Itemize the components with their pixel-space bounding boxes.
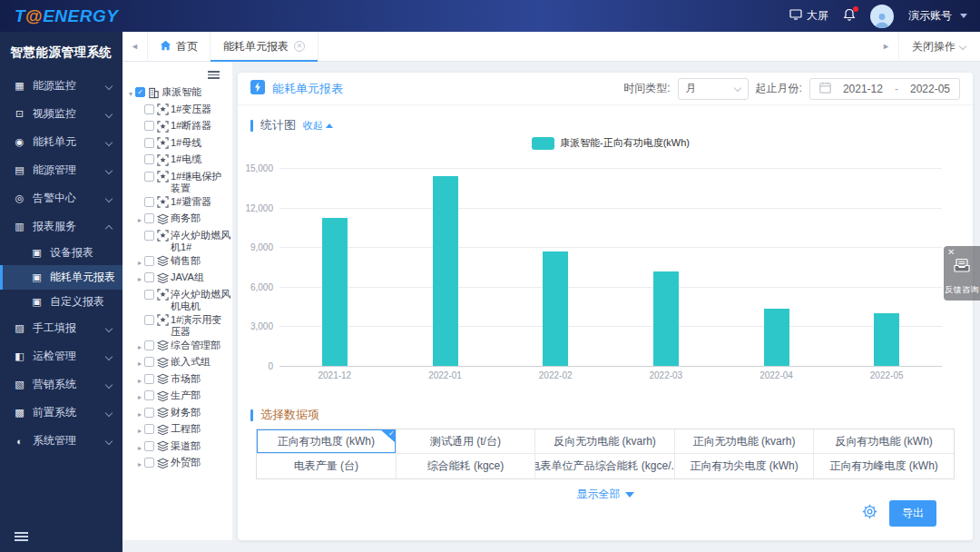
tree-item[interactable]: ▸嵌入式组 (126, 355, 232, 372)
tree-item[interactable]: 1#母线 (126, 136, 232, 153)
data-item-cell[interactable]: 正向有功尖电度 (kWh) (675, 454, 815, 478)
sidebar-item-custom-report[interactable]: ▣自定义报表 (0, 290, 122, 314)
tab-home[interactable]: 首页 (147, 32, 211, 62)
tree-expand-icon[interactable]: ▸ (135, 340, 144, 353)
checkbox-unchecked[interactable] (144, 441, 154, 451)
tree-item[interactable]: ▸工程部 (126, 422, 232, 439)
sidebar-item-unit-report[interactable]: ▣能耗单元报表 (0, 265, 122, 290)
checkbox-unchecked[interactable] (144, 290, 154, 300)
date-range-picker[interactable]: 2021-12 - 2022-05 (809, 78, 960, 100)
data-item-cell[interactable]: 反向有功电能 (kWh) (814, 429, 954, 454)
tree-menu-icon[interactable] (208, 69, 220, 81)
tree-item[interactable]: ▸JAVA组 (126, 271, 232, 288)
export-button[interactable]: 导出 (889, 500, 936, 527)
tree-item[interactable]: 淬火炉助燃风机1# (126, 229, 232, 254)
checkbox-unchecked[interactable] (144, 374, 154, 384)
tree-expand-icon[interactable]: ▾ (126, 86, 135, 100)
checkbox-checked[interactable]: ✓ (135, 87, 145, 97)
sidebar-collapse-button[interactable] (15, 530, 28, 543)
tab-active[interactable]: 能耗单元报表 ✕ (211, 32, 318, 62)
tree-item[interactable]: ▸销售部 (126, 254, 232, 271)
date-range-end[interactable]: 2022-05 (910, 83, 950, 95)
tabs-scroll-left-icon[interactable]: ◄ (122, 42, 147, 51)
data-item-cell[interactable]: 电表产量 (台) (257, 454, 397, 478)
tree-item[interactable]: ▸商务部 (126, 212, 232, 229)
data-item-cell[interactable]: 正向无功电能 (kvarh) (675, 429, 815, 454)
data-item-cell[interactable]: 正向有功峰电度 (kWh) (814, 454, 954, 478)
chart-bar-2022-05[interactable] (874, 313, 899, 366)
sidebar-item-energy-monitor[interactable]: ▦能源监控 (0, 72, 122, 100)
chart-legend[interactable]: 康派智能-正向有功电度(kWh) (279, 136, 942, 150)
checkbox-unchecked[interactable] (144, 357, 154, 367)
tree-item[interactable]: ▸渠道部 (126, 439, 232, 457)
checkbox-unchecked[interactable] (144, 138, 154, 148)
close-operations-dropdown[interactable]: 关闭操作 (898, 32, 980, 62)
data-item-cell[interactable]: 电表单位产品综合能耗 (kgce/... (535, 454, 675, 478)
checkbox-unchecked[interactable] (144, 390, 154, 400)
chart-bar-2022-04[interactable] (764, 309, 789, 366)
tree-expand-icon[interactable]: ▸ (135, 271, 144, 285)
tree-root-item[interactable]: ▾✓康派智能 (126, 85, 232, 103)
tree-item[interactable]: ▸外贸部 (126, 456, 232, 473)
tree-expand-icon[interactable]: ▸ (135, 255, 144, 269)
chart-bar-2022-02[interactable] (543, 251, 568, 366)
checkbox-unchecked[interactable] (144, 424, 154, 434)
checkbox-unchecked[interactable] (144, 197, 154, 207)
sidebar-item-system-manage[interactable]: ◐系统管理 (0, 427, 122, 455)
checkbox-unchecked[interactable] (144, 154, 154, 164)
checkbox-unchecked[interactable] (144, 256, 154, 266)
checkbox-unchecked[interactable] (144, 408, 154, 418)
checkbox-unchecked[interactable] (144, 213, 154, 223)
tree-item[interactable]: 1#演示用变压器 (126, 313, 232, 339)
collapse-chart-button[interactable]: 收起 (303, 119, 333, 133)
account-menu[interactable]: 演示账号 (908, 8, 967, 24)
chart-bar-2022-01[interactable] (433, 176, 458, 366)
tree-expand-icon[interactable]: ▸ (135, 356, 144, 370)
data-item-cell[interactable]: 正向有功电度 (kWh)✓ (257, 429, 397, 454)
sidebar-item-report-service[interactable]: ▥报表服务 (0, 212, 122, 241)
time-type-select[interactable]: 月 (678, 78, 749, 100)
chart-bar-2022-03[interactable] (653, 271, 679, 366)
tabs-scroll-right-icon[interactable]: ► (874, 42, 898, 51)
tree-item[interactable]: 1#变压器 (126, 103, 232, 120)
checkbox-unchecked[interactable] (144, 315, 154, 325)
tree-expand-icon[interactable]: ▸ (135, 373, 144, 387)
sidebar-item-energy-manage[interactable]: ▤能源管理 (0, 156, 122, 184)
tree-item[interactable]: ▸综合管理部 (126, 339, 232, 356)
data-item-cell[interactable]: 测试通用 (t/台) (397, 429, 536, 454)
tree-item[interactable]: ▸市场部 (126, 372, 232, 389)
close-icon[interactable]: ✕ (947, 247, 955, 257)
sidebar-item-video-monitor[interactable]: ⊡视频监控 (0, 100, 122, 128)
tree-expand-icon[interactable]: ▸ (135, 457, 144, 470)
tree-expand-icon[interactable]: ▸ (135, 440, 144, 454)
sidebar-item-inspection-manage[interactable]: ◧运检管理 (0, 342, 122, 370)
tree-item[interactable]: 1#继电保护装置 (126, 170, 232, 195)
sidebar-item-manual-entry[interactable]: ▨手工填报 (0, 314, 122, 342)
tree-expand-icon[interactable]: ▸ (135, 407, 144, 420)
avatar[interactable] (870, 5, 894, 28)
tree-item[interactable]: ▸财务部 (126, 406, 232, 423)
settings-gear-icon[interactable] (862, 504, 877, 523)
checkbox-unchecked[interactable] (144, 458, 154, 468)
data-item-cell[interactable]: 反向无功电能 (kvarh) (535, 429, 675, 454)
checkbox-unchecked[interactable] (144, 231, 154, 241)
sidebar-item-device-report[interactable]: ▣设备报表 (0, 241, 122, 265)
sidebar-item-front-system[interactable]: ▩前置系统 (0, 399, 122, 427)
sidebar-item-marketing-system[interactable]: ▧营销系统 (0, 370, 122, 399)
tree-item[interactable]: 淬火炉助燃风机电机 (126, 288, 232, 313)
checkbox-unchecked[interactable] (144, 104, 154, 114)
checkbox-unchecked[interactable] (144, 340, 154, 350)
tree-expand-icon[interactable]: ▸ (135, 423, 144, 437)
tab-close-icon[interactable]: ✕ (294, 41, 305, 52)
notifications-button[interactable] (843, 8, 856, 25)
date-range-start[interactable]: 2021-12 (843, 83, 883, 95)
tree-expand-icon[interactable]: ▸ (135, 389, 144, 403)
sidebar-item-consumption-unit[interactable]: ◉能耗单元 (0, 128, 122, 156)
tree-item[interactable]: 1#避雷器 (126, 195, 232, 212)
tree-expand-icon[interactable]: ▸ (135, 212, 144, 226)
feedback-widget[interactable]: ✕ 反馈咨询 (944, 246, 980, 301)
tree-item[interactable]: 1#电缆 (126, 153, 232, 170)
sidebar-item-alarm-center[interactable]: ◎告警中心 (0, 184, 122, 212)
data-item-cell[interactable]: 综合能耗 (kgce) (397, 454, 536, 478)
checkbox-unchecked[interactable] (144, 272, 154, 282)
